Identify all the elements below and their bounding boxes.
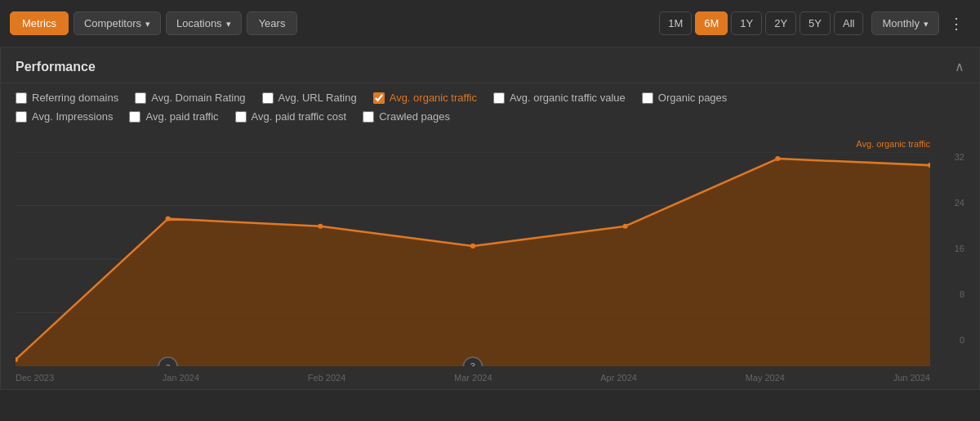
checkbox-crawled-pages[interactable]: Crawled pages [363, 110, 450, 123]
tab-competitors-label: Competitors [84, 17, 141, 29]
time-1y[interactable]: 1Y [731, 11, 762, 35]
checkbox-avg-domain-rating-label: Avg. Domain Rating [151, 92, 245, 104]
checkbox-avg-paid-traffic-cost[interactable]: Avg. paid traffic cost [235, 110, 347, 123]
x-label-may: May 2024 [746, 373, 785, 383]
panel-title: Performance [16, 60, 96, 74]
checkbox-referring-domains-label: Referring domains [32, 92, 118, 104]
checkbox-referring-domains-input[interactable] [16, 92, 27, 104]
checkbox-avg-url-rating-input[interactable] [262, 92, 274, 104]
chart-container: Avg. organic traffic 32 24 16 8 0 [1, 136, 979, 389]
chart-point-5 [775, 156, 780, 161]
y-label-24: 24 [935, 198, 964, 208]
time-2y[interactable]: 2Y [765, 11, 796, 35]
x-label-jun: Jun 2024 [893, 373, 930, 383]
annotation-3-label: 3 [470, 361, 475, 366]
monthly-dropdown[interactable]: Monthly [871, 11, 939, 35]
tab-locations[interactable]: Locations [166, 11, 242, 35]
chevron-down-icon [145, 17, 150, 29]
checkbox-organic-pages-input[interactable] [642, 92, 653, 104]
checkbox-avg-impressions-input[interactable] [16, 111, 27, 123]
tab-metrics[interactable]: Metrics [10, 11, 69, 35]
chart-point-4 [623, 224, 628, 229]
checkbox-avg-organic-traffic-value[interactable]: Avg. organic traffic value [493, 92, 626, 104]
checkbox-avg-domain-rating-input[interactable] [135, 92, 146, 104]
monthly-label: Monthly [882, 17, 920, 29]
tab-years[interactable]: Years [247, 11, 298, 35]
checkbox-referring-domains[interactable]: Referring domains [16, 92, 118, 104]
y-label-32: 32 [935, 152, 964, 162]
chevron-down-icon [924, 17, 929, 29]
checkbox-crawled-pages-label: Crawled pages [379, 110, 450, 123]
x-label-jan: Jan 2024 [163, 373, 199, 383]
performance-panel: Performance ∧ Referring domains Avg. Dom… [0, 47, 980, 390]
line-chart: a 3 [16, 152, 930, 366]
checkbox-avg-organic-traffic-value-label: Avg. organic traffic value [510, 92, 626, 104]
x-label-feb: Feb 2024 [308, 373, 345, 383]
time-all[interactable]: All [834, 11, 863, 35]
checkbox-avg-organic-traffic-label: Avg. organic traffic [390, 92, 477, 104]
tab-group: Metrics Competitors Locations Years [10, 11, 297, 35]
checkbox-avg-paid-traffic[interactable]: Avg. paid traffic [129, 110, 218, 123]
checkbox-area: Referring domains Avg. Domain Rating Avg… [1, 83, 979, 136]
more-options-button[interactable]: ⋮ [942, 11, 970, 36]
tab-locations-label: Locations [176, 17, 222, 29]
tab-competitors[interactable]: Competitors [74, 11, 161, 35]
y-label-0: 0 [935, 335, 964, 345]
chart-fill [16, 159, 930, 366]
checkbox-avg-organic-traffic[interactable]: Avg. organic traffic [373, 92, 477, 104]
time-5y[interactable]: 5Y [800, 11, 831, 35]
checkbox-avg-organic-traffic-value-input[interactable] [493, 92, 505, 104]
checkbox-avg-paid-traffic-label: Avg. paid traffic [145, 110, 218, 123]
checkbox-avg-domain-rating[interactable]: Avg. Domain Rating [135, 92, 245, 104]
checkbox-avg-paid-traffic-input[interactable] [129, 111, 140, 123]
collapse-button[interactable]: ∧ [955, 59, 964, 74]
x-label-dec: Dec 2023 [16, 373, 54, 383]
checkbox-row-2: Avg. Impressions Avg. paid traffic Avg. … [16, 110, 964, 123]
y-label-8: 8 [935, 289, 964, 299]
y-label-16: 16 [935, 244, 964, 253]
checkbox-avg-url-rating-label: Avg. URL Rating [278, 92, 357, 104]
chart-point-3 [470, 244, 475, 249]
x-label-apr: Apr 2024 [600, 373, 637, 383]
checkbox-avg-paid-traffic-cost-input[interactable] [235, 111, 247, 123]
checkbox-organic-pages[interactable]: Organic pages [642, 92, 728, 104]
annotation-a-label: a [165, 361, 171, 366]
chevron-down-icon [226, 17, 231, 29]
panel-header: Performance ∧ [1, 47, 979, 83]
x-label-mar: Mar 2024 [454, 373, 492, 383]
checkbox-avg-paid-traffic-cost-label: Avg. paid traffic cost [252, 110, 347, 123]
time-6m[interactable]: 6M [695, 11, 728, 35]
chart-series-label: Avg. organic traffic [856, 139, 930, 149]
checkbox-avg-organic-traffic-input[interactable] [373, 92, 385, 104]
chart-point-2 [318, 224, 323, 229]
x-axis: Dec 2023 Jan 2024 Feb 2024 Mar 2024 Apr … [16, 369, 930, 386]
checkbox-crawled-pages-input[interactable] [363, 111, 374, 123]
y-axis: 32 24 16 8 0 [935, 136, 964, 365]
checkbox-avg-impressions-label: Avg. Impressions [32, 110, 113, 123]
checkbox-avg-impressions[interactable]: Avg. Impressions [16, 110, 113, 123]
checkbox-row-1: Referring domains Avg. Domain Rating Avg… [16, 92, 964, 104]
chart-point-1 [166, 217, 171, 222]
chart-svg-area: a 3 [16, 152, 930, 366]
time-1m[interactable]: 1M [659, 11, 692, 35]
checkbox-organic-pages-label: Organic pages [658, 92, 728, 104]
checkbox-avg-url-rating[interactable]: Avg. URL Rating [262, 92, 357, 104]
time-range-group: 1M 6M 1Y 2Y 5Y All Monthly ⋮ [659, 11, 970, 36]
top-bar: Metrics Competitors Locations Years 1M 6… [0, 0, 980, 47]
